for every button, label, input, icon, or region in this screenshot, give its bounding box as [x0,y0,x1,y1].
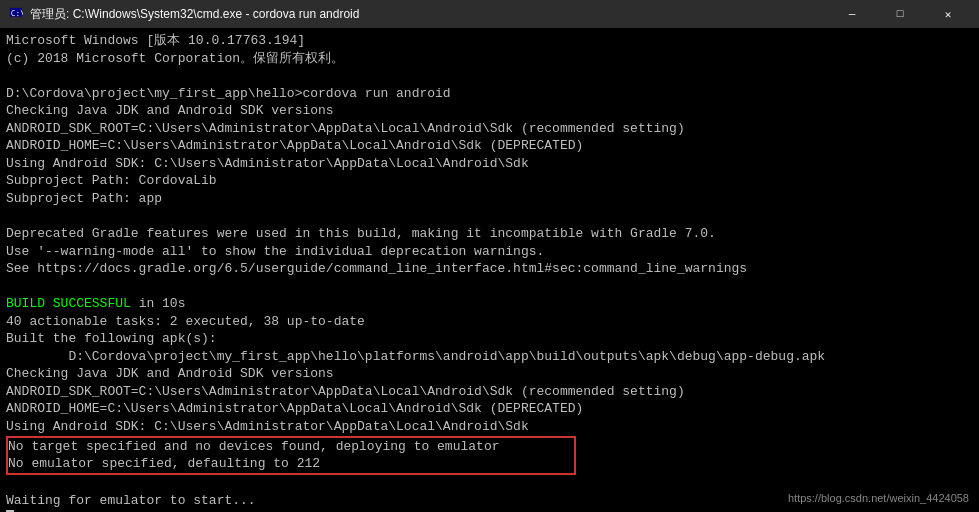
minimize-button[interactable]: — [829,0,875,28]
line-22: Using Android SDK: C:\Users\Administrato… [6,418,973,436]
svg-text:C:\: C:\ [11,9,23,18]
error-box: No target specified and no devices found… [6,436,576,475]
cmd-icon: C:\ [8,6,24,22]
line-11 [6,207,973,225]
build-success-label: BUILD SUCCESSFUL [6,296,131,311]
line-2: (c) 2018 Microsoft Corporation。保留所有权利。 [6,50,973,68]
line-4: D:\Cordova\project\my_first_app\hello>co… [6,85,973,103]
window: C:\ 管理员: C:\Windows\System32\cmd.exe - c… [0,0,979,512]
line-12: Deprecated Gradle features were used in … [6,225,973,243]
line-no-emulator: No emulator specified, defaulting to 212 [8,455,574,473]
line-9: Subproject Path: CordovaLib [6,172,973,190]
line-15 [6,278,973,296]
title-bar-text: 管理员: C:\Windows\System32\cmd.exe - cordo… [30,6,829,23]
line-16: 40 actionable tasks: 2 executed, 38 up-t… [6,313,973,331]
title-bar: C:\ 管理员: C:\Windows\System32\cmd.exe - c… [0,0,979,28]
watermark: https://blog.csdn.net/weixin_4424058 [788,491,969,506]
line-blank [6,475,973,493]
build-success-rest: in 10s [131,296,186,311]
line-21: ANDROID_HOME=C:\Users\Administrator\AppD… [6,400,973,418]
maximize-button[interactable]: □ [877,0,923,28]
line-19: Checking Java JDK and Android SDK versio… [6,365,973,383]
line-20: ANDROID_SDK_ROOT=C:\Users\Administrator\… [6,383,973,401]
line-14: See https://docs.gradle.org/6.5/userguid… [6,260,973,278]
line-build-success: BUILD SUCCESSFUL in 10s [6,295,973,313]
line-10: Subproject Path: app [6,190,973,208]
line-1: Microsoft Windows [版本 10.0.17763.194] [6,32,973,50]
close-button[interactable]: ✕ [925,0,971,28]
line-6: ANDROID_SDK_ROOT=C:\Users\Administrator\… [6,120,973,138]
line-17: Built the following apk(s): [6,330,973,348]
line-no-target: No target specified and no devices found… [8,438,574,456]
console-area: Microsoft Windows [版本 10.0.17763.194] (c… [0,28,979,512]
line-8: Using Android SDK: C:\Users\Administrato… [6,155,973,173]
line-3 [6,67,973,85]
line-18: D:\Cordova\project\my_first_app\hello\pl… [6,348,973,366]
line-5: Checking Java JDK and Android SDK versio… [6,102,973,120]
title-bar-controls: — □ ✕ [829,0,971,28]
line-13: Use '--warning-mode all' to show the ind… [6,243,973,261]
line-7: ANDROID_HOME=C:\Users\Administrator\AppD… [6,137,973,155]
